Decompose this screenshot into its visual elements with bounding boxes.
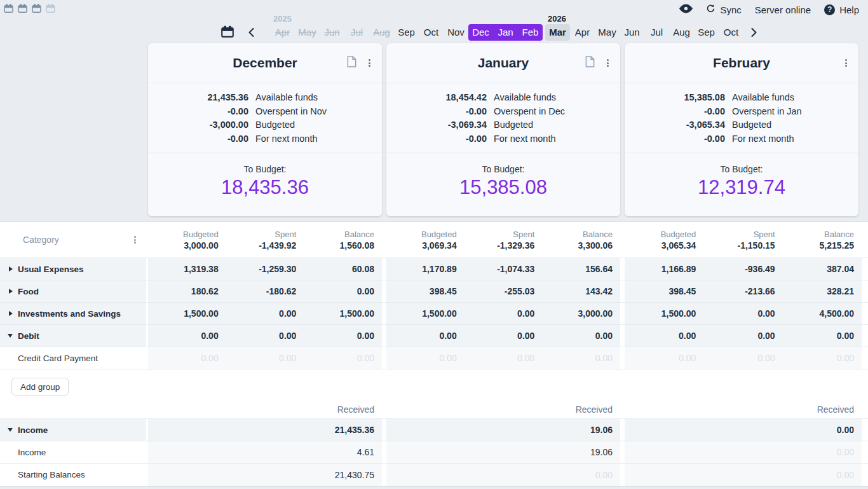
balance-cell[interactable]: 156.64	[542, 264, 620, 274]
spent-cell[interactable]: 0.00	[703, 331, 782, 341]
overspent-value[interactable]: -0.00	[625, 105, 725, 119]
month-item[interactable]: May	[295, 24, 320, 41]
server-status[interactable]: Server online	[755, 4, 811, 15]
balance-cell[interactable]: 3,000.00	[542, 308, 620, 319]
spent-cell[interactable]: -213.66	[703, 286, 782, 296]
show-1-month-button[interactable]	[4, 4, 13, 13]
received-cell[interactable]: 0.00	[625, 441, 862, 463]
category-name-cell[interactable]: Credit Card Payment	[0, 347, 146, 369]
budgeted-cell[interactable]: 398.45	[625, 286, 703, 296]
month-item[interactable]: Jul	[644, 24, 669, 41]
spent-cell[interactable]: 0.00	[226, 308, 304, 319]
group-name-cell[interactable]: Debit	[0, 325, 146, 347]
to-budget-value[interactable]: 18,435.36	[148, 176, 382, 199]
notes-icon[interactable]	[347, 56, 356, 70]
spent-cell[interactable]: -1,259.30	[226, 264, 304, 274]
month-item[interactable]: Jul	[344, 24, 369, 41]
budgeted-cell[interactable]: 0.00	[148, 331, 226, 341]
privacy-eye-button[interactable]	[679, 4, 693, 15]
category-menu-icon[interactable]	[133, 233, 137, 245]
month-item[interactable]: Apr	[570, 24, 595, 41]
balance-cell[interactable]: 387.04	[783, 264, 862, 274]
received-cell[interactable]: 0.00	[386, 464, 620, 486]
overspent-value[interactable]: -0.00	[148, 105, 248, 119]
to-budget-value[interactable]: 15,385.08	[386, 176, 620, 199]
received-cell[interactable]: 21,435.36	[148, 419, 382, 441]
next-month-value[interactable]: -0.00	[386, 132, 487, 146]
show-3-months-button[interactable]	[32, 4, 41, 13]
add-group-button[interactable]: Add group	[11, 378, 69, 396]
available-funds-value[interactable]: 21,435.36	[148, 91, 248, 105]
collapse-icon[interactable]	[8, 334, 13, 338]
balance-cell[interactable]: 4,500.00	[783, 308, 862, 319]
month-item-current[interactable]: Mar	[545, 24, 570, 41]
spent-cell[interactable]: 0.00	[703, 353, 782, 363]
collapse-icon[interactable]	[8, 428, 13, 432]
budgeted-cell[interactable]: 1,500.00	[625, 308, 703, 319]
available-funds-value[interactable]: 18,454.42	[386, 91, 487, 105]
month-item[interactable]: Jun	[320, 24, 344, 41]
received-cell[interactable]: 0.00	[625, 419, 862, 441]
spent-cell[interactable]: 0.00	[226, 353, 304, 363]
help-button[interactable]: ? Help	[824, 4, 859, 15]
category-name-cell[interactable]: Income	[0, 441, 146, 463]
month-item-selected[interactable]: Feb	[518, 24, 543, 41]
group-name-cell[interactable]: Investments and Savings	[0, 303, 146, 324]
chevron-right-icon[interactable]	[751, 28, 757, 37]
card-menu-icon[interactable]	[844, 57, 848, 69]
budgeted-value[interactable]: -3,069.34	[386, 118, 487, 132]
group-name-cell[interactable]: Income	[0, 419, 146, 441]
budgeted-value[interactable]: -3,065.34	[625, 118, 725, 132]
notes-icon[interactable]	[585, 56, 595, 70]
expand-icon[interactable]	[9, 289, 13, 294]
card-menu-icon[interactable]	[606, 57, 610, 69]
balance-cell[interactable]: 60.08	[304, 264, 382, 274]
spent-cell[interactable]: -936.49	[703, 264, 782, 274]
budgeted-cell[interactable]: 1,166.89	[625, 264, 703, 274]
budgeted-cell[interactable]: 0.00	[386, 353, 465, 363]
group-name-cell[interactable]: Usual Expenses	[0, 258, 146, 280]
month-item[interactable]: Apr	[270, 24, 295, 41]
spent-cell[interactable]: 0.00	[465, 353, 543, 363]
spent-cell[interactable]: 0.00	[703, 308, 782, 319]
budgeted-cell[interactable]: 0.00	[386, 331, 465, 341]
month-item[interactable]: Aug	[669, 24, 694, 41]
expand-icon[interactable]	[9, 311, 13, 316]
category-header-cell[interactable]: Category	[0, 222, 146, 258]
to-budget-value[interactable]: 12,319.74	[625, 176, 858, 199]
month-item[interactable]: Aug	[369, 24, 394, 41]
budgeted-cell[interactable]: 1,170.89	[386, 264, 465, 274]
balance-cell[interactable]: 0.00	[542, 331, 620, 341]
budgeted-cell[interactable]: 0.00	[625, 353, 703, 363]
month-item[interactable]: Oct	[419, 24, 444, 41]
balance-cell[interactable]: 143.42	[542, 286, 620, 296]
chevron-left-icon[interactable]	[248, 28, 254, 37]
budgeted-value[interactable]: -3,000.00	[148, 118, 248, 132]
available-funds-value[interactable]: 15,385.08	[625, 91, 725, 105]
balance-cell[interactable]: 0.00	[304, 331, 382, 341]
month-item[interactable]: Jun	[620, 24, 644, 41]
balance-cell[interactable]: 0.00	[542, 353, 620, 363]
card-menu-icon[interactable]	[367, 57, 372, 69]
show-2-months-button[interactable]	[18, 4, 27, 13]
budgeted-cell[interactable]: 180.62	[148, 286, 226, 296]
budgeted-cell[interactable]: 398.45	[386, 286, 465, 296]
budgeted-cell[interactable]: 1,319.38	[148, 264, 226, 274]
received-cell[interactable]: 19.06	[386, 441, 620, 463]
sync-button[interactable]: Sync	[706, 4, 741, 15]
balance-cell[interactable]: 0.00	[783, 353, 862, 363]
spent-cell[interactable]: -255.03	[465, 286, 543, 296]
balance-cell[interactable]: 1,500.00	[304, 308, 382, 319]
budgeted-cell[interactable]: 1,500.00	[386, 308, 465, 319]
month-item[interactable]: Sep	[394, 24, 419, 41]
received-cell[interactable]: 21,430.75	[148, 464, 382, 486]
spent-cell[interactable]: 0.00	[465, 308, 543, 319]
show-4-months-button[interactable]	[46, 4, 55, 13]
month-item[interactable]: Nov	[444, 24, 468, 41]
month-item[interactable]: Oct	[719, 24, 743, 41]
month-item[interactable]: Sep	[694, 24, 719, 41]
overspent-value[interactable]: -0.00	[386, 105, 487, 119]
balance-cell[interactable]: 0.00	[783, 331, 862, 341]
received-cell[interactable]: 19.06	[386, 419, 620, 441]
expand-icon[interactable]	[9, 266, 13, 272]
